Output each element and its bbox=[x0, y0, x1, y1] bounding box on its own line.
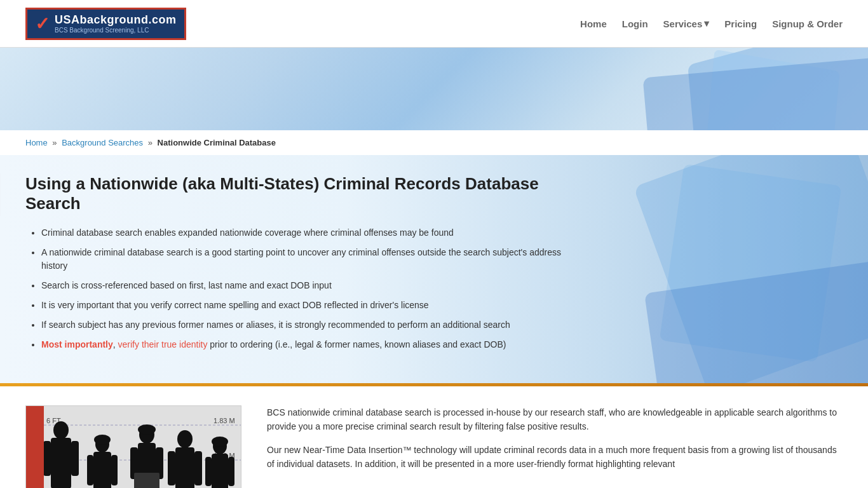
content-hero: Using a Nationwide (aka Multi-States) Cr… bbox=[0, 155, 868, 383]
breadcrumb-area: Home » Background Searches » Nationwide … bbox=[0, 130, 868, 155]
nav-services-label: Services bbox=[663, 18, 703, 29]
content-hero-shapes bbox=[582, 155, 868, 383]
list-item: Search is cross-referenced based on firs… bbox=[41, 279, 578, 292]
svg-rect-24 bbox=[87, 455, 93, 485]
logo-checkmark-icon: ✓ bbox=[35, 13, 50, 34]
verify-identity-link[interactable]: verify their true identity bbox=[118, 339, 208, 349]
svg-rect-46 bbox=[228, 457, 234, 486]
breadcrumb-background-searches[interactable]: Background Searches bbox=[62, 138, 143, 147]
list-item: It is very important that you verify cor… bbox=[41, 299, 578, 312]
breadcrumb-separator-2: » bbox=[148, 138, 153, 147]
most-importantly-text: Most importantly bbox=[41, 339, 113, 349]
nav-signup[interactable]: Signup & Order bbox=[772, 18, 843, 29]
list-item: Criminal database search enables expande… bbox=[41, 226, 578, 240]
nav-wrapper: Home Login Services ▾ Pricing Signup & O… bbox=[580, 18, 843, 29]
nav-pricing[interactable]: Pricing bbox=[724, 18, 757, 29]
svg-point-27 bbox=[138, 424, 156, 435]
mugshot-red-panel bbox=[26, 406, 44, 488]
right-text: BCS nationwide criminal database search … bbox=[267, 405, 843, 488]
svg-rect-35 bbox=[175, 447, 194, 488]
bullet-list: Criminal database search enables expande… bbox=[25, 226, 578, 351]
svg-rect-17 bbox=[43, 441, 51, 476]
page-title: Using a Nationwide (aka Multi-States) Cr… bbox=[25, 174, 597, 214]
mugshot-image: 6 FT 1.83 M 5 FT 1.52 M 4 FT 1.22 M 3 FT… bbox=[25, 405, 241, 488]
svg-rect-42 bbox=[212, 454, 228, 488]
lower-content: 6 FT 1.83 M 5 FT 1.52 M 4 FT 1.22 M 3 FT… bbox=[0, 386, 868, 488]
svg-text:1.83 M: 1.83 M bbox=[214, 417, 235, 424]
svg-point-34 bbox=[177, 430, 193, 448]
list-item: If search subject has any previous forme… bbox=[41, 318, 578, 332]
chevron-down-icon: ▾ bbox=[704, 18, 709, 29]
list-item-last: Most importantly, verify their true iden… bbox=[41, 338, 578, 351]
svg-rect-25 bbox=[111, 455, 118, 485]
svg-point-41 bbox=[212, 437, 228, 447]
logo-box: ✓ USAbackground.com BCS Background Scree… bbox=[25, 8, 186, 40]
svg-point-20 bbox=[94, 435, 111, 445]
comma-separator: , bbox=[113, 339, 118, 349]
svg-rect-18 bbox=[71, 441, 79, 476]
logo-area: ✓ USAbackground.com BCS Background Scree… bbox=[25, 8, 186, 40]
paragraph-2: Our new Near-Time Data Insertion™ techno… bbox=[267, 443, 843, 471]
svg-point-13 bbox=[53, 421, 69, 439]
breadcrumb: Home » Background Searches » Nationwide … bbox=[25, 138, 843, 147]
paragraph-1: BCS nationwide criminal database search … bbox=[267, 405, 843, 434]
nav-home[interactable]: Home bbox=[580, 18, 607, 29]
logo-text-area: USAbackground.com BCS Background Screeni… bbox=[55, 13, 177, 34]
svg-rect-33 bbox=[134, 473, 159, 488]
last-bullet-suffix: prior to ordering (i.e., legal & former … bbox=[207, 339, 506, 349]
breadcrumb-current: Nationwide Criminal Database bbox=[158, 138, 276, 147]
svg-rect-39 bbox=[194, 451, 202, 485]
breadcrumb-separator-1: » bbox=[52, 138, 57, 147]
list-item: A nationwide criminal database search is… bbox=[41, 246, 578, 273]
hero-banner bbox=[0, 48, 868, 130]
svg-rect-38 bbox=[168, 451, 175, 485]
logo-sub-text: BCS Background Screening, LLC bbox=[55, 27, 177, 34]
hero-shapes bbox=[550, 48, 868, 130]
svg-rect-45 bbox=[205, 457, 212, 486]
breadcrumb-home[interactable]: Home bbox=[25, 138, 48, 147]
nav-login[interactable]: Login bbox=[622, 18, 648, 29]
header: ✓ USAbackground.com BCS Background Scree… bbox=[0, 0, 868, 48]
svg-rect-14 bbox=[51, 438, 71, 488]
mugshot-svg: 6 FT 1.83 M 5 FT 1.52 M 4 FT 1.22 M 3 FT… bbox=[26, 406, 241, 488]
logo-main-text: USAbackground.com bbox=[55, 13, 177, 27]
nav-services[interactable]: Services ▾ bbox=[663, 18, 710, 29]
svg-rect-21 bbox=[93, 452, 111, 488]
